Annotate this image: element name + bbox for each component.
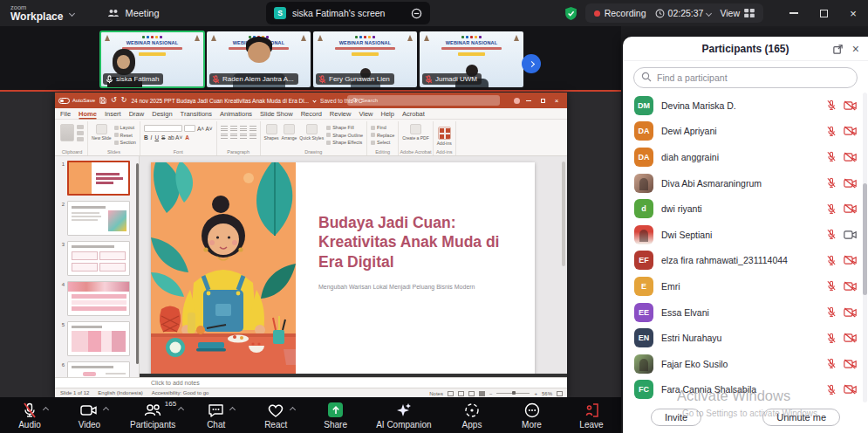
chat-button[interactable]: Chat [197,402,236,430]
new-slide-button[interactable]: New Slide [92,124,112,141]
participants-options-chevron[interactable] [178,406,184,412]
thumbnail-scrollbar[interactable] [136,163,139,364]
video-status-icon[interactable] [844,230,857,240]
video-status-icon[interactable] [844,178,857,189]
video-status-icon[interactable] [844,384,857,395]
ppt-menu-item[interactable]: Slide Show [260,110,293,118]
ppt-restore-button[interactable] [536,93,550,108]
ppt-menu-item[interactable]: View [359,110,372,118]
clipboard-mini-icons[interactable] [77,125,84,141]
participant-row[interactable]: DA Dewi Apriyani [623,119,868,145]
close-button[interactable]: × [838,0,868,26]
chevron-down-icon[interactable] [706,10,712,16]
mic-muted-icon[interactable] [826,306,837,318]
notes-splitter[interactable] [140,374,567,377]
mic-muted-icon[interactable] [826,203,837,215]
ppt-menu-item[interactable]: Design [152,110,172,118]
apps-button[interactable]: Apps [453,402,491,430]
ppt-menu-item[interactable]: File [60,110,71,118]
mic-muted-icon[interactable] [826,177,837,189]
video-tile-fery[interactable]: WEBINAR NASIONAL Fery Gunawan Lien [313,31,417,87]
participants-button[interactable]: 165 Participants [130,402,175,430]
reset-button[interactable]: Reset [114,133,136,138]
video-status-icon[interactable] [844,359,857,369]
slide-thumbnail-1[interactable] [67,161,130,196]
zoom-out-button[interactable]: − [489,391,493,396]
video-status-icon[interactable] [844,307,857,318]
leave-button[interactable]: Leave [572,402,611,430]
ppt-menu-item[interactable]: Animations [220,110,252,118]
participant-row[interactable]: Fajar Eko Susilo [623,351,868,377]
paste-icon[interactable] [60,124,74,141]
minimize-button[interactable] [779,0,809,26]
chevron-down-icon[interactable] [69,10,75,16]
zoom-workplace-menu[interactable]: zoom Workplace [10,4,63,22]
stop-share-icon[interactable] [411,8,422,19]
font-style-buttons[interactable]: BIUS ab A˅ A [144,134,213,141]
ppt-menu-item[interactable]: Review [330,110,352,118]
fit-slide-icon[interactable] [557,391,563,396]
quick-styles-button[interactable]: Quick Styles [299,124,324,141]
participant-row[interactable]: FC Fara Cannia Shalsabila [623,377,868,402]
ppt-close-button[interactable]: × [550,93,564,108]
grow-shrink-font[interactable]: A˄ A˅ [197,126,213,132]
restore-button[interactable] [809,0,838,26]
find-participant-input[interactable] [633,67,858,88]
notes-pane[interactable]: Click to add notes [55,377,567,388]
align-buttons[interactable] [221,134,256,139]
mic-muted-icon[interactable] [826,126,837,137]
tab-shared-screen[interactable]: S siska Fatimah's screen [266,2,430,24]
video-status-icon[interactable] [844,281,857,292]
video-button[interactable]: Video [70,402,108,430]
video-status-icon[interactable] [844,100,857,111]
accessibility-status[interactable]: Accessibility: Good to go [152,390,209,395]
create-pdf-button[interactable]: Create a PDF [402,124,429,141]
font-name-box[interactable] [144,125,182,132]
video-tile-raden[interactable]: WEBINAR NASIONAL Raden Alem Jantra A... [207,31,311,87]
ppt-menu-item[interactable]: Draw [129,110,145,118]
normal-view-icon[interactable] [448,391,454,396]
select-button[interactable]: Select [371,140,394,145]
video-status-icon[interactable] [844,255,857,265]
list-buttons[interactable] [221,126,256,131]
mic-muted-icon[interactable] [826,229,837,240]
ppt-menu-item[interactable]: Insert [105,110,121,118]
audio-button[interactable]: Audio [10,402,49,430]
slide-thumbnail-2[interactable] [67,201,130,236]
participant-row[interactable]: Dwi Septiani [623,222,868,248]
chevron-down-icon[interactable] [312,99,316,102]
tab-meeting[interactable]: Meeting [107,8,159,18]
video-status-icon[interactable] [844,152,857,162]
slide-thumbnail-pane[interactable]: 1 2 3 4 5 6 7 [55,156,140,377]
section-button[interactable]: Section [114,140,136,145]
slide-thumbnail-3[interactable] [67,241,130,276]
reading-view-icon[interactable] [468,391,475,396]
mic-muted-icon[interactable] [826,384,837,395]
mic-muted-icon[interactable] [826,280,837,292]
save-icon[interactable] [99,97,106,104]
slide-canvas[interactable]: Budaya Jadi Cuan: Kreativitas Anak Muda … [151,162,535,375]
participant-row[interactable]: EE Essa Elvani [623,299,868,326]
mic-muted-icon[interactable] [826,151,837,162]
slide-sorter-icon[interactable] [458,391,464,396]
next-videos-button[interactable] [522,54,541,73]
pop-out-icon[interactable] [832,44,844,55]
ppt-menu-item[interactable]: Acrobat [402,110,425,118]
ppt-menu-item[interactable]: Help [381,110,394,118]
video-tile-siska[interactable]: WEBINAR NASIONAL siska Fatimah [100,31,204,87]
close-panel-icon[interactable]: × [852,43,859,55]
replace-button[interactable]: Replace [371,133,394,138]
ppt-menu-item[interactable]: Record [301,110,322,118]
slide-thumbnail-5[interactable] [67,321,130,356]
redo-icon[interactable]: ↻ [121,97,127,104]
shape-outline-button[interactable]: Shape Outline [326,133,363,138]
participants-list[interactable]: DM Devina Mariska D. DA Dewi Apriyani DA [623,93,868,402]
zoom-percent[interactable]: 56% [542,391,552,396]
mic-muted-icon[interactable] [826,358,837,369]
autosave-toggle[interactable]: AutoSave [58,98,95,104]
shape-effects-button[interactable]: Shape Effects [326,140,363,145]
shapes-button[interactable]: Shapes [264,124,279,141]
participant-row[interactable]: EF elza fira rahmawati_231114044 [623,248,868,274]
ppt-search-box[interactable]: Search [347,95,500,106]
chat-options-chevron[interactable] [229,406,236,412]
